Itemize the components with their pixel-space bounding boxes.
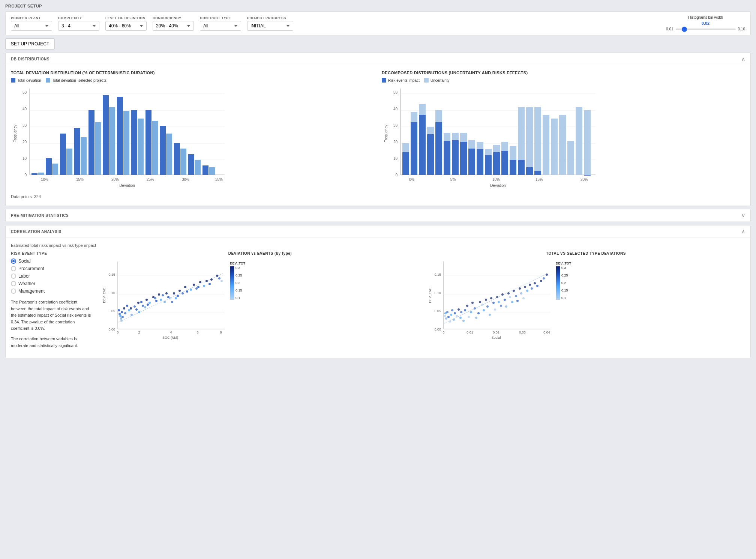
- scatter1-title: DEVIATION vs EVENTS (by type): [101, 251, 419, 255]
- svg-rect-82: [460, 142, 467, 175]
- pioneer-plant-select[interactable]: AllYesNo: [11, 21, 52, 31]
- svg-text:0.05: 0.05: [108, 309, 115, 313]
- svg-point-227: [498, 301, 500, 303]
- legend-label-risk: Risk events impact: [388, 78, 420, 83]
- svg-point-242: [526, 290, 528, 292]
- svg-text:40: 40: [22, 107, 27, 111]
- radio-dot-social: [12, 260, 15, 262]
- scatter1-colorbar: [230, 266, 234, 300]
- pre-mitigation-section: PRE-MITIGATION STATISTICS ∨: [5, 209, 751, 222]
- radio-label-labor: Labor: [18, 273, 30, 279]
- svg-text:0.04: 0.04: [543, 331, 550, 334]
- contract-type-select[interactable]: AllEPCEPCM: [200, 21, 241, 31]
- total-deviation-legend: Total deviation Total deviation -selecte…: [11, 78, 374, 83]
- svg-point-220: [485, 299, 487, 301]
- svg-point-239: [520, 292, 522, 295]
- svg-text:0.15: 0.15: [434, 273, 441, 276]
- svg-point-207: [460, 311, 462, 313]
- svg-point-205: [458, 308, 460, 311]
- radio-social[interactable]: Social: [11, 258, 93, 264]
- svg-point-134: [128, 309, 130, 311]
- decomposed-legend: Risk events impact Uncertainty: [382, 78, 745, 83]
- radio-circle-management: [11, 289, 16, 294]
- correlation-header: CORRELATION ANALYSIS ∧: [6, 225, 750, 238]
- svg-text:Frequency: Frequency: [13, 125, 17, 142]
- svg-rect-80: [452, 140, 459, 175]
- svg-point-222: [489, 314, 491, 316]
- svg-point-248: [543, 277, 545, 280]
- svg-line-177: [118, 273, 223, 322]
- svg-text:0.10: 0.10: [434, 291, 441, 295]
- setup-project-button[interactable]: SET UP PROJECT: [5, 38, 55, 50]
- svg-point-196: [445, 317, 447, 320]
- svg-point-157: [171, 301, 173, 303]
- svg-text:30: 30: [393, 123, 398, 128]
- radio-procurement[interactable]: Procurement: [11, 266, 93, 271]
- svg-text:SOC (NM): SOC (NM): [162, 336, 178, 340]
- project-progress-label: PROJECT PROGRESS: [247, 16, 293, 20]
- svg-point-247: [540, 280, 542, 282]
- svg-rect-41: [174, 143, 180, 175]
- svg-rect-72: [419, 115, 426, 175]
- svg-point-145: [147, 304, 149, 306]
- radio-circle-social: [11, 258, 16, 264]
- svg-rect-68: [402, 152, 409, 175]
- concurrency-group: CONCURRENCY All20% - 40%40% - 60%: [153, 16, 194, 31]
- svg-text:6: 6: [196, 331, 198, 334]
- radio-label-social: Social: [18, 258, 31, 264]
- concurrency-select[interactable]: All20% - 40%40% - 60%: [153, 21, 194, 31]
- complexity-group: COMPLEXITY All3 - 45 - 6: [58, 16, 99, 31]
- svg-point-144: [146, 299, 148, 301]
- correlation-chevron[interactable]: ∧: [741, 228, 745, 234]
- svg-point-228: [500, 305, 502, 307]
- total-deviation-chart: TOTAL DEVIATION DISTRIBUTION (% of deter…: [11, 71, 374, 200]
- svg-point-230: [504, 299, 506, 301]
- svg-text:DEV_EVE: DEV_EVE: [102, 287, 106, 303]
- svg-text:5%: 5%: [450, 177, 456, 182]
- pre-mitigation-chevron[interactable]: ∨: [741, 212, 745, 218]
- svg-point-124: [118, 309, 120, 311]
- complexity-select[interactable]: All3 - 45 - 6: [58, 21, 99, 31]
- filter-bar: PIONEER PLANT AllYesNo COMPLEXITY All3 -…: [5, 11, 751, 35]
- histogram-slider[interactable]: [676, 29, 736, 30]
- contract-type-group: CONTRACT TYPE AllEPCEPCM: [200, 16, 241, 31]
- colorbar-tick-015: 0.15: [236, 289, 242, 292]
- svg-point-238: [519, 287, 521, 290]
- svg-point-137: [134, 305, 136, 308]
- project-progress-select[interactable]: INITIALINTERMEDIATEFINAL: [247, 21, 293, 31]
- svg-point-167: [195, 287, 198, 290]
- radio-labor[interactable]: Labor: [11, 273, 93, 279]
- radio-management[interactable]: Management: [11, 289, 93, 294]
- svg-text:Deviation: Deviation: [490, 183, 506, 188]
- svg-point-223: [490, 297, 492, 299]
- db-distributions-chevron[interactable]: ∧: [741, 56, 745, 62]
- svg-point-221: [486, 305, 489, 308]
- project-progress-group: PROJECT PROGRESS INITIALINTERMEDIATEFINA…: [247, 16, 293, 31]
- scatter2-svg: 0.00 0.05 0.10 0.15 DEV_EVE 0 0.01: [427, 258, 554, 340]
- scatter2-container: TOTAL VS SELECTED TYPE DEVIATIONS 0.00 0…: [427, 251, 745, 353]
- svg-rect-39: [160, 126, 166, 175]
- svg-rect-24: [52, 164, 58, 175]
- svg-rect-26: [66, 149, 72, 175]
- svg-point-241: [524, 286, 526, 288]
- scatter2-colorbar-tick-015: 0.15: [561, 289, 568, 292]
- radio-weather[interactable]: Weather: [11, 281, 93, 286]
- data-points: Data points: 324: [11, 193, 374, 200]
- svg-point-141: [140, 301, 142, 303]
- svg-point-139: [137, 302, 140, 304]
- svg-text:0.05: 0.05: [434, 309, 441, 313]
- db-distributions-body: TOTAL DEVIATION DISTRIBUTION (% of deter…: [6, 65, 750, 206]
- svg-point-160: [177, 295, 179, 297]
- svg-point-200: [450, 314, 452, 316]
- svg-point-213: [471, 302, 474, 304]
- svg-rect-23: [46, 158, 52, 175]
- svg-point-246: [536, 285, 538, 287]
- svg-point-133: [126, 305, 128, 307]
- distribution-charts-grid: TOTAL DEVIATION DISTRIBUTION (% of deter…: [11, 71, 745, 200]
- svg-rect-101: [543, 115, 549, 175]
- svg-text:10%: 10%: [492, 177, 500, 182]
- svg-point-164: [186, 290, 188, 293]
- svg-rect-35: [131, 110, 137, 175]
- legend-label-uncertainty: Uncertainty: [430, 78, 450, 83]
- level-definition-select[interactable]: All20% - 40%40% - 60%: [105, 21, 147, 31]
